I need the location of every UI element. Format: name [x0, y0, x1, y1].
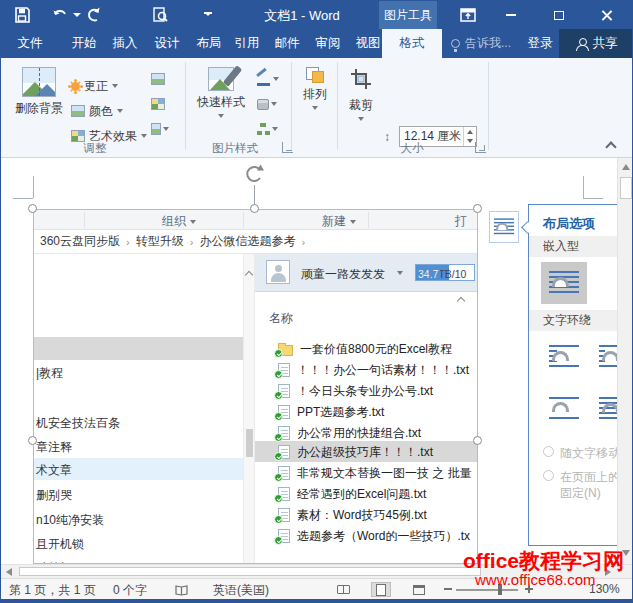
tell-me-box[interactable]: 告诉我...: [451, 29, 511, 58]
synced-check-icon: [274, 412, 283, 421]
tab-format-active[interactable]: 格式: [382, 29, 442, 58]
quick-styles-button[interactable]: 快速样式: [192, 67, 250, 118]
synced-check-icon: [274, 370, 283, 379]
language-indicator[interactable]: 英语(美国): [213, 582, 269, 599]
file-row[interactable]: PPT选题参考.txt: [278, 402, 384, 422]
page-info[interactable]: 第 1 页，共 1 页: [9, 582, 96, 599]
tab-review[interactable]: 审阅: [308, 29, 348, 58]
folder-icon: [278, 345, 293, 356]
arrange-button[interactable]: 排列: [295, 67, 335, 110]
selection-handle-left-middle[interactable]: [28, 436, 37, 445]
quick-access-toolbar-dropdown-icon[interactable]: [204, 12, 212, 16]
proofing-icon[interactable]: [173, 583, 189, 598]
zoom-slider-track[interactable]: [456, 589, 518, 591]
tab-mailings[interactable]: 邮件: [267, 29, 307, 58]
size-dialog-launcher[interactable]: [475, 142, 486, 153]
name-column-header[interactable]: 名称: [269, 310, 293, 327]
zoom-in-button[interactable]: [525, 585, 533, 593]
sidebar-item[interactable]: 术文章: [36, 462, 72, 479]
list-scrollbar[interactable]: [243, 254, 255, 563]
layout-options-button[interactable]: [489, 211, 519, 243]
file-row[interactable]: 选题参考（Word的一些技巧）.tx: [278, 526, 470, 546]
sign-in-button[interactable]: 登录: [522, 29, 558, 58]
picture-effects-button[interactable]: [257, 96, 285, 112]
panel-collapse-icon[interactable]: [457, 297, 465, 305]
horizontal-scroll-thumb[interactable]: [19, 567, 481, 576]
scroll-up-arrow[interactable]: [622, 164, 630, 170]
change-picture-button[interactable]: [151, 96, 169, 112]
tab-references[interactable]: 引用: [227, 29, 267, 58]
tell-me-label: 告诉我...: [465, 35, 511, 52]
crop-button[interactable]: 裁剪: [342, 67, 380, 121]
close-button[interactable]: [592, 5, 622, 25]
zoom-slider-thumb[interactable]: [498, 584, 502, 595]
corrections-button[interactable]: 更正: [71, 77, 118, 95]
save-icon[interactable]: [13, 6, 31, 24]
scroll-up-icon[interactable]: [245, 271, 253, 279]
share-button[interactable]: 共享: [559, 29, 633, 58]
scroll-left-arrow[interactable]: [6, 568, 12, 576]
tab-insert[interactable]: 插入: [105, 29, 145, 58]
embedded-screenshot[interactable]: 组织 新建 打 360云盘同步版› 转型升级› 办公微信选题参考› |教程 机安…: [33, 209, 478, 564]
tab-home[interactable]: 开始: [64, 29, 104, 58]
fix-position-radio-line2: 固定(N): [560, 485, 601, 502]
print-layout-button[interactable]: [371, 582, 391, 597]
collapse-ribbon-icon[interactable]: [605, 141, 616, 152]
sidebar-item[interactable]: 且开机锁: [36, 536, 84, 553]
scrollbar-thumb[interactable]: [246, 429, 253, 457]
sidebar-item[interactable]: |教程: [36, 365, 63, 382]
tab-layout[interactable]: 布局: [189, 29, 229, 58]
wrap-top-bottom-option[interactable]: [541, 388, 587, 430]
wrap-inline-option[interactable]: [541, 262, 587, 304]
remove-background-button[interactable]: 删除背景: [11, 67, 67, 117]
sidebar-item[interactable]: 删别哭: [36, 487, 72, 504]
sidebar-item[interactable]: n10纯净安装: [36, 512, 104, 529]
breadcrumb-item: 办公微信选题参考: [199, 233, 295, 250]
print-preview-icon[interactable]: [151, 6, 169, 24]
selection-handle-top-left[interactable]: [28, 204, 37, 213]
reset-picture-button[interactable]: [151, 121, 169, 137]
maximize-button[interactable]: [544, 5, 574, 25]
vertical-scroll-thumb[interactable]: [620, 177, 632, 199]
synced-check-icon: [274, 433, 283, 442]
selection-handle-top-right[interactable]: [473, 204, 482, 213]
picture-border-button[interactable]: [257, 71, 285, 87]
picture-layout-button[interactable]: [257, 121, 285, 137]
file-row[interactable]: 素材：Word技巧45例.txt: [278, 505, 427, 525]
file-row[interactable]: 非常规文本替换一图一技 之 批量: [278, 463, 472, 483]
file-row[interactable]: ！今日头条专业办公号.txt: [278, 381, 433, 401]
selection-handle-top-center[interactable]: [250, 204, 259, 213]
selection-handle-right-middle[interactable]: [473, 436, 482, 445]
file-row[interactable]: ！！！办公一句话素材！！！.txt: [278, 360, 469, 380]
user-name[interactable]: 顽童一路发发发: [301, 266, 385, 283]
color-button[interactable]: 颜色: [71, 102, 123, 120]
compress-picture-button[interactable]: [151, 71, 169, 87]
minimize-button[interactable]: [496, 5, 526, 25]
redo-icon[interactable]: [85, 6, 103, 24]
word-count[interactable]: 0 个字: [113, 582, 147, 599]
undo-icon[interactable]: [51, 6, 69, 24]
scroll-right-arrow[interactable]: [605, 568, 611, 576]
file-row[interactable]: 经常遇到的Excel问题.txt: [278, 484, 426, 504]
zoom-out-button[interactable]: [444, 588, 452, 590]
tab-design[interactable]: 设计: [147, 29, 187, 58]
undo-dropdown-caret[interactable]: [73, 13, 81, 17]
sidebar-item[interactable]: 机安全技法百条: [36, 415, 120, 432]
vertical-scrollbar[interactable]: [617, 158, 633, 564]
horizontal-scrollbar[interactable]: [1, 564, 633, 578]
file-row[interactable]: 一套价值8800元的Excel教程: [278, 339, 452, 359]
tab-file[interactable]: 文件: [10, 29, 50, 58]
file-row[interactable]: 办公常用的快捷组合.txt: [278, 423, 421, 443]
txt-file-icon: [278, 426, 290, 440]
wrap-square-option[interactable]: [541, 336, 587, 378]
zoom-level[interactable]: 130%: [589, 582, 620, 596]
ribbon-display-options-icon[interactable]: [459, 6, 477, 24]
read-mode-button[interactable]: [333, 582, 353, 597]
layout-options-icon: [494, 218, 514, 237]
web-layout-button[interactable]: [409, 582, 429, 597]
user-dropdown-caret[interactable]: [397, 271, 403, 275]
scroll-down-arrow[interactable]: [622, 550, 630, 556]
file-row-selected[interactable]: 办公超级技巧库！！！.txt: [278, 442, 433, 462]
sidebar-item[interactable]: 章注释: [36, 439, 72, 456]
height-up-arrow[interactable]: [464, 127, 476, 137]
